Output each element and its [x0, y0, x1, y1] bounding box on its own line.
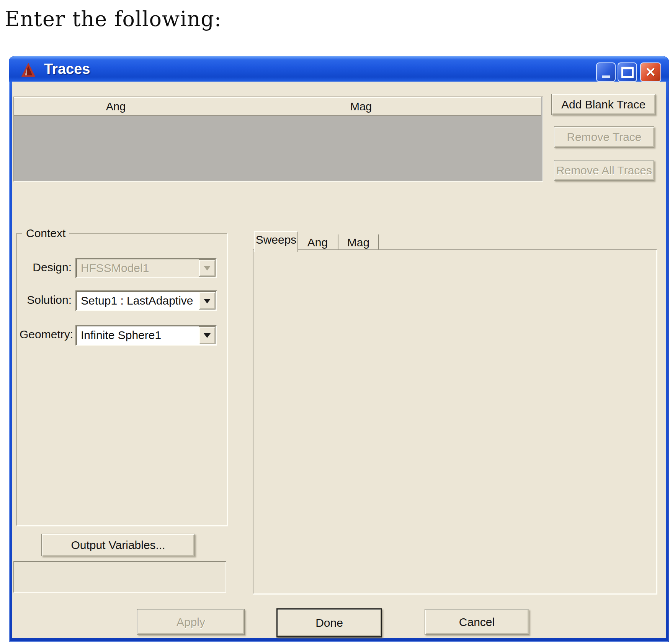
tab-sweeps[interactable]: Sweeps	[254, 231, 298, 252]
remove-all-traces-button[interactable]: Remove All Traces	[554, 160, 654, 181]
geometry-dropdown-button[interactable]	[199, 326, 216, 344]
trace-col-rowheader	[14, 97, 34, 116]
chevron-down-icon	[204, 299, 211, 307]
solution-label: Solution:	[20, 293, 72, 306]
geometry-value: Infinite Sphere1	[81, 326, 161, 345]
maximize-icon	[621, 67, 634, 78]
minimize-icon	[602, 75, 610, 78]
title-bar[interactable]: Traces ✕	[9, 56, 669, 82]
output-variables-button[interactable]: Output Variables...	[41, 534, 195, 556]
maximize-button[interactable]	[618, 62, 637, 82]
traces-dialog: Traces ✕ Ang Mag Add Blank Trace Remove …	[9, 56, 669, 642]
add-blank-trace-button[interactable]: Add Blank Trace	[551, 94, 655, 115]
cancel-button[interactable]: Cancel	[425, 609, 529, 635]
sweeps-tab-panel	[253, 249, 657, 594]
dialog-content: Ang Mag Add Blank Trace Remove Trace Rem…	[12, 82, 666, 638]
minimize-button[interactable]	[596, 62, 616, 82]
apply-button[interactable]: Apply	[137, 609, 245, 635]
trace-col-ang[interactable]: Ang	[33, 97, 199, 116]
solution-combobox[interactable]: Setup1 : LastAdaptive	[75, 290, 217, 311]
tab-ang[interactable]: Ang	[297, 234, 338, 251]
solution-dropdown-button[interactable]	[199, 292, 216, 310]
design-value: HFSSModel1	[81, 259, 149, 277]
close-button[interactable]: ✕	[640, 62, 661, 82]
page-heading: Enter the following:	[5, 7, 222, 31]
geometry-combobox[interactable]: Infinite Sphere1	[75, 325, 217, 346]
page: Enter the following: Traces ✕	[0, 0, 670, 644]
done-button[interactable]: Done	[276, 608, 382, 637]
context-group-label: Context	[22, 227, 69, 240]
chevron-down-icon	[204, 333, 211, 341]
design-label: Design:	[20, 261, 72, 274]
trace-expression-field[interactable]	[13, 561, 226, 593]
remove-trace-button[interactable]: Remove Trace	[554, 126, 654, 147]
window-title: Traces	[44, 61, 90, 77]
trace-col-mag[interactable]: Mag	[199, 97, 524, 116]
tab-mag[interactable]: Mag	[338, 234, 379, 251]
chevron-down-icon	[204, 266, 211, 274]
solution-value: Setup1 : LastAdaptive	[81, 291, 193, 310]
design-dropdown-button	[199, 259, 216, 277]
trace-col-end	[523, 97, 541, 116]
design-combobox: HFSSModel1	[75, 258, 217, 278]
geometry-label: Geometry:	[20, 328, 72, 341]
app-icon	[20, 62, 36, 78]
traces-list-table[interactable]: Ang Mag	[13, 97, 543, 182]
close-icon: ✕	[645, 63, 656, 81]
